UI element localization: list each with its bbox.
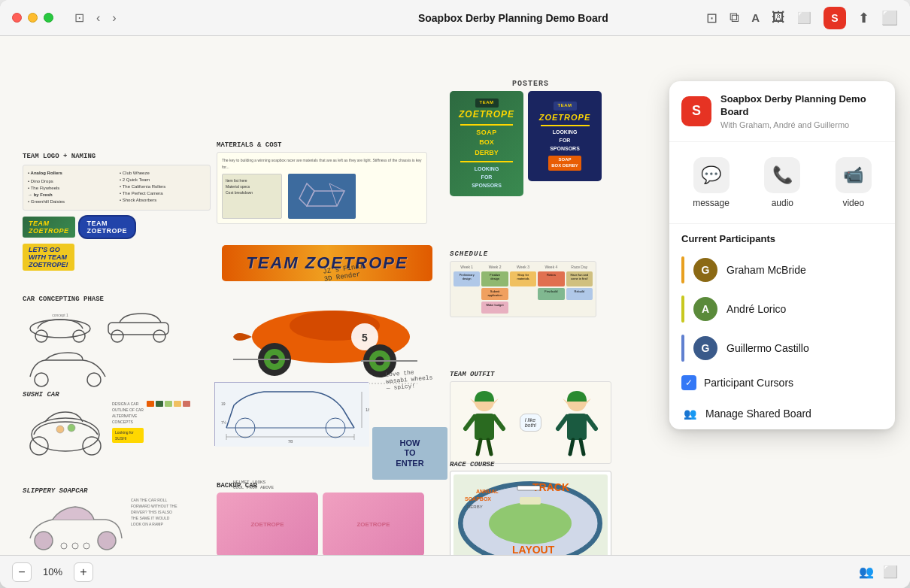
svg-point-53 [61, 543, 67, 549]
video-icon: 📹 [836, 157, 872, 193]
technical-drawing: 78 18 19 7½ [214, 382, 369, 446]
team-logo-label: TEAM LOGO + NAMING [23, 153, 211, 160]
sidebar-toggle[interactable]: ⊡ [71, 8, 87, 28]
svg-text:concept 1: concept 1 [52, 313, 68, 317]
svg-line-36 [494, 417, 503, 429]
video-button[interactable]: 📹 video [827, 154, 881, 211]
svg-point-60 [489, 502, 572, 544]
svg-text:LAYOUT: LAYOUT [512, 544, 555, 555]
text-tool-icon[interactable]: A [751, 11, 760, 24]
guillermo-avatar: G [693, 336, 717, 360]
slippery-section: SLIPPERY SOAPCAR CAN THE CAR [23, 487, 214, 553]
svg-point-30 [83, 437, 101, 455]
svg-point-32 [68, 424, 75, 432]
panel-actions: 💬 message 📞 audio 📹 video [669, 142, 895, 224]
sushi-car-section: SUSHI CAR DESIGN A CAR OUTLINE [23, 391, 214, 461]
schedule-label: SCHEDULE [450, 250, 596, 258]
team-outfit-label: TEAM OUTFIT [450, 371, 611, 378]
svg-line-35 [466, 417, 475, 429]
panel-header: S Soapbox Derby Planning Demo Board With… [669, 81, 895, 142]
message-icon: 💬 [693, 157, 730, 193]
svg-text:19: 19 [221, 402, 226, 406]
folder-icon[interactable]: ⬜ [797, 11, 811, 25]
car-3d-render: 5 dimensions Love thewasabi whee [222, 277, 432, 389]
posters-section: POSTERS TEAM ZOETROPE SOAP BOX DERBY LOO… [450, 80, 611, 196]
image-tool-icon[interactable]: 🖼 [772, 10, 785, 26]
andre-color-bar [681, 296, 684, 323]
svg-point-26 [35, 373, 48, 386]
backup-car-section: BACKUP CAR ZOETROPE ZOETROPE [217, 482, 442, 555]
forward-button[interactable]: › [109, 8, 119, 28]
posters-label: POSTERS [450, 80, 611, 88]
how-to-enter-box: HOWTOENTER [372, 427, 447, 480]
audio-label: audio [772, 198, 793, 208]
participant-andre: A André Lorico [669, 289, 895, 329]
message-label: message [693, 198, 730, 208]
audio-icon: 📞 [764, 157, 800, 193]
manage-shared-board-option[interactable]: 👥 Manage Shared Board [669, 398, 895, 429]
schedule-section: SCHEDULE Week 1 Week 2 Week 3 Week 4 Rac… [450, 250, 596, 317]
svg-line-43 [570, 440, 573, 454]
panel-board-title: Soapbox Derby Planning Demo Board [720, 93, 883, 119]
race-course-label: RACE COURSE [450, 461, 611, 468]
fullscreen-button[interactable] [44, 13, 53, 23]
close-button[interactable] [12, 13, 22, 23]
manage-shared-board-label: Manage Shared Board [705, 408, 811, 420]
toolbar-tools: ⊡ ⧉ A 🖼 ⬜ S ⬆ ⬜ [706, 7, 898, 29]
andre-avatar: A [693, 297, 717, 321]
main-content: POSTERS TEAM ZOETROPE SOAP BOX DERBY LOO… [0, 36, 910, 555]
minimize-button[interactable] [28, 13, 38, 23]
external-link-icon[interactable]: ⬜ [881, 10, 898, 26]
team-logo-section: TEAM LOGO + NAMING • Analog Rollers • Di… [23, 153, 211, 271]
back-button[interactable]: ‹ [93, 8, 103, 28]
svg-line-37 [478, 440, 481, 454]
svg-point-29 [30, 437, 48, 455]
race-course-section: RACE COURSE ANNUAL [450, 461, 611, 555]
svg-point-52 [98, 532, 116, 550]
andre-name: André Lorico [726, 303, 786, 315]
graham-color-bar [681, 256, 684, 283]
bottom-bar-right: 👥 ⬜ [859, 565, 898, 579]
panel-icon[interactable]: ⊡ [706, 10, 717, 26]
app-icon[interactable]: S [824, 7, 846, 29]
share-participants-icon[interactable]: 👥 [859, 565, 874, 579]
svg-text:DERBY: DERBY [467, 505, 483, 509]
graham-avatar: G [693, 258, 717, 282]
zoom-in-button[interactable]: + [74, 562, 93, 582]
grid-view-icon[interactable]: ⬜ [883, 565, 898, 579]
svg-text:5: 5 [362, 332, 368, 344]
traffic-lights [12, 13, 53, 23]
audio-button[interactable]: 📞 audio [755, 154, 809, 211]
message-button[interactable]: 💬 message [684, 154, 739, 211]
navigation-buttons: ⊡ ‹ › [71, 8, 120, 28]
svg-rect-61 [520, 497, 541, 505]
video-label: video [842, 198, 864, 208]
svg-rect-40 [567, 414, 587, 440]
materials-section: MATERIALS & COST The key to building a w… [217, 141, 427, 224]
svg-text:18: 18 [366, 408, 369, 412]
svg-point-27 [87, 373, 101, 386]
svg-rect-23 [108, 323, 168, 335]
panel-board-subtitle: With Graham, André and Guillermo [720, 120, 883, 129]
zoom-out-button[interactable]: − [12, 562, 32, 582]
participants-section-title: Current Participants [669, 224, 895, 250]
svg-point-19 [30, 320, 90, 338]
materials-label: MATERIALS & COST [217, 141, 427, 149]
titlebar: ⊡ ‹ › Soapbox Derby Planning Demo Board … [0, 0, 910, 36]
participant-cursors-option[interactable]: ✓ Participant Cursors [669, 368, 895, 398]
svg-line-41 [558, 417, 567, 429]
svg-rect-67 [517, 486, 540, 490]
bottom-bar: − 10% + 👥 ⬜ [0, 555, 910, 588]
svg-point-55 [83, 543, 89, 549]
zoom-value[interactable]: 10% [38, 566, 68, 577]
panel-header-text: Soapbox Derby Planning Demo Board With G… [720, 93, 883, 129]
svg-point-25 [153, 330, 165, 342]
svg-point-24 [111, 330, 123, 342]
blue-poster: TEAM ZOETROPE LOOKING FOR SPONSORS SOAP … [528, 91, 602, 181]
svg-line-42 [587, 417, 596, 429]
svg-text:7½: 7½ [221, 420, 227, 425]
guillermo-color-bar [681, 335, 684, 362]
svg-point-28 [32, 418, 99, 451]
layers-icon[interactable]: ⧉ [730, 10, 739, 26]
share-icon[interactable]: ⬆ [858, 10, 869, 26]
